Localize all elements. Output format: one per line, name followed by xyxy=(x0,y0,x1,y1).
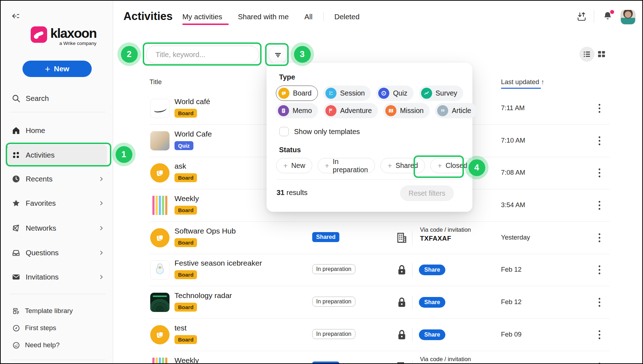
column-header-last-updated[interactable]: Last updated ↑ xyxy=(501,78,544,86)
last-updated-value: 7:11 AM xyxy=(501,104,525,112)
activity-thumbnail xyxy=(150,325,169,344)
sort-underline xyxy=(501,88,541,89)
row-menu-icon[interactable] xyxy=(595,231,604,245)
row-menu-icon[interactable] xyxy=(595,166,604,180)
plus-icon: + xyxy=(388,162,392,170)
sidebar-item-networks[interactable]: Networks xyxy=(1,218,113,238)
status-section-label: Status xyxy=(279,146,301,154)
article-icon: ” xyxy=(437,105,448,116)
column-header-title: Title xyxy=(150,78,162,86)
status-chip-in-preparation[interactable]: +In preparation xyxy=(318,158,375,173)
sidebar-search-label: Search xyxy=(26,94,49,103)
new-button[interactable]: + New xyxy=(22,61,92,77)
type-badge: Board xyxy=(174,335,197,344)
last-updated-value: 7:08 AM xyxy=(501,169,525,176)
adventure-icon xyxy=(325,105,336,116)
activity-thumbnail xyxy=(150,293,169,312)
type-chip-article[interactable]: ” Article xyxy=(435,103,477,118)
row-menu-icon[interactable] xyxy=(595,199,604,212)
collapse-sidebar-icon[interactable] xyxy=(11,11,20,21)
share-button[interactable]: Share xyxy=(419,297,445,308)
sidebar-item-questions[interactable]: Questions xyxy=(1,243,113,263)
import-export-icon[interactable] xyxy=(576,11,587,22)
tab-shared-with-me[interactable]: Shared with me xyxy=(238,12,289,21)
sidebar-search[interactable]: Search xyxy=(1,88,113,108)
organization-icon xyxy=(395,360,409,364)
sidebar-item-recents[interactable]: Recents xyxy=(1,169,113,189)
templates-checkbox[interactable] xyxy=(279,127,289,136)
type-chip-session[interactable]: Session xyxy=(323,86,371,101)
row-menu-icon[interactable] xyxy=(595,102,604,115)
board-icon xyxy=(278,88,289,99)
type-chip-adventure[interactable]: Adventure xyxy=(323,103,378,118)
sidebar-item-template-library[interactable]: Template library xyxy=(1,302,113,319)
access-info: Via code / invitation xyxy=(420,356,471,363)
table-row[interactable]: test Board In preparation Share Feb 09 xyxy=(150,319,610,351)
table-row[interactable]: Technology radar Board In preparation Sh… xyxy=(150,286,610,319)
sidebar-item-first-steps[interactable]: First steps xyxy=(1,319,113,337)
activity-thumbnail xyxy=(150,358,169,364)
sidebar-item-invitations[interactable]: Invitations xyxy=(1,267,113,287)
sort-arrow-icon: ↑ xyxy=(541,78,544,86)
type-badge: Quiz xyxy=(174,141,193,150)
share-button[interactable]: Share xyxy=(419,329,445,340)
annotation-step-2: 2 xyxy=(117,42,141,66)
user-avatar[interactable] xyxy=(621,10,636,25)
type-chip-quiz[interactable]: Quiz xyxy=(376,86,413,101)
annotation-box-closed xyxy=(414,155,464,178)
sidebar-item-favorites[interactable]: Favorites xyxy=(1,193,113,213)
status-badge: In preparation xyxy=(312,264,355,274)
share-button[interactable]: Share xyxy=(419,265,445,275)
access-divider xyxy=(412,296,412,309)
annotation-box-activities xyxy=(6,143,111,166)
status-chip-new[interactable]: +New xyxy=(276,158,312,173)
row-menu-icon[interactable] xyxy=(595,263,604,277)
table-row[interactable]: Festive season icebreaker Board In prepa… xyxy=(150,254,610,286)
annotation-box-filter xyxy=(265,43,289,66)
access-divider xyxy=(412,360,412,364)
tab-my-activities[interactable]: My activities xyxy=(182,12,222,21)
inbox-icon xyxy=(11,248,21,257)
new-button-label: New xyxy=(54,65,69,73)
grid-view-toggle[interactable] xyxy=(597,49,607,59)
row-menu-icon[interactable] xyxy=(595,134,604,148)
table-row[interactable]: Software Ops Hub Board Shared Via code /… xyxy=(150,222,610,254)
row-menu-icon[interactable] xyxy=(595,360,604,364)
tab-deleted[interactable]: Deleted xyxy=(334,12,360,21)
tab-bar: My activities Shared with me All Deleted xyxy=(182,12,360,21)
home-icon xyxy=(11,126,21,135)
list-view-toggle[interactable] xyxy=(579,47,594,62)
reset-filters-button[interactable]: Reset filters xyxy=(400,185,454,201)
access-divider xyxy=(412,328,412,342)
chevron-right-icon xyxy=(98,200,104,206)
klaxoon-logo-icon xyxy=(31,26,47,43)
invitation-code: TXFAXAF xyxy=(420,235,471,242)
type-chip-survey[interactable]: Survey xyxy=(419,86,464,101)
lock-icon xyxy=(395,328,409,342)
access-divider xyxy=(412,263,412,277)
popover-divider xyxy=(277,179,462,180)
activity-thumbnail xyxy=(150,260,169,280)
chevron-right-icon xyxy=(98,250,104,256)
tab-all[interactable]: All xyxy=(304,12,313,21)
star-icon xyxy=(11,199,21,208)
show-only-templates[interactable]: Show only templates xyxy=(279,127,360,136)
type-chip-mission[interactable]: Mission xyxy=(383,103,430,118)
sidebar-item-home[interactable]: Home xyxy=(1,121,113,140)
lock-icon xyxy=(395,296,409,309)
lock-icon xyxy=(395,263,409,277)
status-badge: Shared xyxy=(312,232,339,242)
header-divider xyxy=(594,10,594,23)
type-chip-memo[interactable]: Memo xyxy=(276,103,318,118)
sidebar: klaxoon a Wrike company + New Search Hom… xyxy=(1,1,113,363)
row-menu-icon[interactable] xyxy=(595,296,604,309)
table-row[interactable]: Weekly Shared Via code / invitation xyxy=(150,351,610,364)
sidebar-item-need-help[interactable]: Need help? xyxy=(1,337,113,354)
status-badge: Shared xyxy=(312,362,339,364)
row-menu-icon[interactable] xyxy=(595,328,604,342)
type-chip-board[interactable]: Board xyxy=(276,86,318,101)
network-icon xyxy=(11,224,21,233)
compass-icon xyxy=(12,324,20,332)
filter-popover: Type Board Session Quiz Survey Memo xyxy=(267,63,472,212)
type-section-label: Type xyxy=(279,73,295,81)
